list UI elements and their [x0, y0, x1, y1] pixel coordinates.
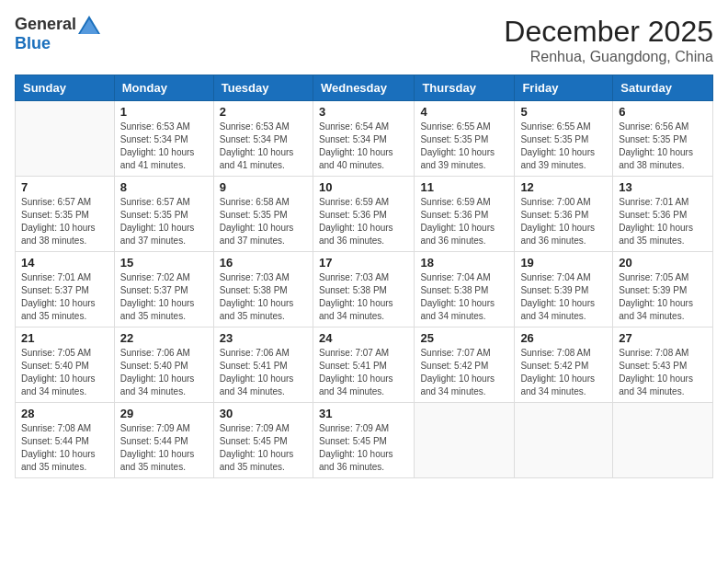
day-info: Sunrise: 7:05 AM Sunset: 5:39 PM Dayligh… [619, 271, 707, 323]
table-row: 15Sunrise: 7:02 AM Sunset: 5:37 PM Dayli… [114, 252, 213, 327]
day-info: Sunrise: 7:04 AM Sunset: 5:38 PM Dayligh… [420, 271, 508, 323]
day-number: 25 [420, 331, 508, 345]
day-number: 1 [120, 105, 208, 119]
day-info: Sunrise: 6:55 AM Sunset: 5:35 PM Dayligh… [520, 121, 607, 172]
day-info: Sunrise: 7:04 AM Sunset: 5:39 PM Dayligh… [520, 271, 607, 323]
header-friday: Friday [515, 75, 613, 101]
location: Renhua, Guangdong, China [504, 49, 713, 65]
day-info: Sunrise: 7:09 AM Sunset: 5:45 PM Dayligh… [220, 422, 307, 474]
day-info: Sunrise: 7:08 AM Sunset: 5:42 PM Dayligh… [520, 347, 607, 398]
day-number: 2 [220, 105, 307, 119]
table-row: 19Sunrise: 7:04 AM Sunset: 5:39 PM Dayli… [515, 252, 613, 327]
day-info: Sunrise: 6:59 AM Sunset: 5:36 PM Dayligh… [319, 196, 408, 247]
day-info: Sunrise: 7:03 AM Sunset: 5:38 PM Dayligh… [220, 271, 307, 323]
table-row: 22Sunrise: 7:06 AM Sunset: 5:40 PM Dayli… [114, 327, 213, 403]
table-row: 30Sunrise: 7:09 AM Sunset: 5:45 PM Dayli… [213, 403, 313, 478]
day-info: Sunrise: 7:03 AM Sunset: 5:38 PM Dayligh… [319, 271, 408, 323]
table-row: 5Sunrise: 6:55 AM Sunset: 5:35 PM Daylig… [515, 101, 613, 177]
calendar-week-row: 7Sunrise: 6:57 AM Sunset: 5:35 PM Daylig… [16, 177, 713, 252]
day-info: Sunrise: 7:08 AM Sunset: 5:43 PM Dayligh… [619, 347, 707, 398]
day-info: Sunrise: 7:07 AM Sunset: 5:42 PM Dayligh… [420, 347, 508, 398]
day-number: 17 [319, 256, 408, 270]
header-thursday: Thursday [415, 75, 515, 101]
day-info: Sunrise: 7:09 AM Sunset: 5:44 PM Dayligh… [120, 422, 208, 474]
table-row: 29Sunrise: 7:09 AM Sunset: 5:44 PM Dayli… [114, 403, 213, 478]
table-row: 10Sunrise: 6:59 AM Sunset: 5:36 PM Dayli… [313, 177, 414, 252]
header-wednesday: Wednesday [313, 75, 414, 101]
table-row: 20Sunrise: 7:05 AM Sunset: 5:39 PM Dayli… [613, 252, 713, 327]
day-number: 8 [120, 180, 208, 194]
table-row: 23Sunrise: 7:06 AM Sunset: 5:41 PM Dayli… [213, 327, 313, 403]
table-row: 11Sunrise: 6:59 AM Sunset: 5:36 PM Dayli… [415, 177, 515, 252]
day-info: Sunrise: 6:53 AM Sunset: 5:34 PM Dayligh… [120, 121, 208, 172]
logo-blue: Blue [15, 34, 51, 53]
header-tuesday: Tuesday [213, 75, 313, 101]
page-header: General Blue December 2025 Renhua, Guang… [15, 15, 713, 65]
day-info: Sunrise: 7:02 AM Sunset: 5:37 PM Dayligh… [120, 271, 208, 323]
month-title: December 2025 [504, 15, 713, 49]
day-info: Sunrise: 7:01 AM Sunset: 5:36 PM Dayligh… [619, 196, 707, 247]
day-number: 31 [319, 407, 408, 420]
day-info: Sunrise: 6:58 AM Sunset: 5:35 PM Dayligh… [220, 196, 307, 247]
table-row: 12Sunrise: 7:00 AM Sunset: 5:36 PM Dayli… [515, 177, 613, 252]
table-row: 28Sunrise: 7:08 AM Sunset: 5:44 PM Dayli… [16, 403, 115, 478]
calendar-header-row: Sunday Monday Tuesday Wednesday Thursday… [16, 75, 713, 101]
table-row: 27Sunrise: 7:08 AM Sunset: 5:43 PM Dayli… [613, 327, 713, 403]
table-row: 21Sunrise: 7:05 AM Sunset: 5:40 PM Dayli… [16, 327, 115, 403]
table-row: 24Sunrise: 7:07 AM Sunset: 5:41 PM Dayli… [313, 327, 414, 403]
title-block: December 2025 Renhua, Guangdong, China [504, 15, 713, 65]
day-info: Sunrise: 7:06 AM Sunset: 5:40 PM Dayligh… [120, 347, 208, 398]
table-row: 14Sunrise: 7:01 AM Sunset: 5:37 PM Dayli… [16, 252, 115, 327]
day-info: Sunrise: 7:01 AM Sunset: 5:37 PM Dayligh… [21, 271, 108, 323]
table-row: 6Sunrise: 6:56 AM Sunset: 5:35 PM Daylig… [613, 101, 713, 177]
logo-general: General [15, 15, 76, 34]
header-monday: Monday [114, 75, 213, 101]
calendar-week-row: 28Sunrise: 7:08 AM Sunset: 5:44 PM Dayli… [16, 403, 713, 478]
calendar-week-row: 1Sunrise: 6:53 AM Sunset: 5:34 PM Daylig… [16, 101, 713, 177]
table-row: 13Sunrise: 7:01 AM Sunset: 5:36 PM Dayli… [613, 177, 713, 252]
table-row: 18Sunrise: 7:04 AM Sunset: 5:38 PM Dayli… [415, 252, 515, 327]
table-row: 4Sunrise: 6:55 AM Sunset: 5:35 PM Daylig… [415, 101, 515, 177]
day-info: Sunrise: 6:59 AM Sunset: 5:36 PM Dayligh… [420, 196, 508, 247]
day-info: Sunrise: 6:55 AM Sunset: 5:35 PM Dayligh… [420, 121, 508, 172]
day-number: 12 [520, 180, 607, 194]
day-number: 14 [21, 256, 108, 270]
header-saturday: Saturday [613, 75, 713, 101]
table-row [16, 101, 115, 177]
table-row: 16Sunrise: 7:03 AM Sunset: 5:38 PM Dayli… [213, 252, 313, 327]
day-number: 11 [420, 180, 508, 194]
day-info: Sunrise: 6:54 AM Sunset: 5:34 PM Dayligh… [319, 121, 408, 172]
day-info: Sunrise: 7:05 AM Sunset: 5:40 PM Dayligh… [21, 347, 108, 398]
day-number: 24 [319, 331, 408, 345]
table-row: 2Sunrise: 6:53 AM Sunset: 5:34 PM Daylig… [213, 101, 313, 177]
day-info: Sunrise: 7:00 AM Sunset: 5:36 PM Dayligh… [520, 196, 607, 247]
header-sunday: Sunday [16, 75, 115, 101]
day-number: 30 [220, 407, 307, 420]
calendar-week-row: 14Sunrise: 7:01 AM Sunset: 5:37 PM Dayli… [16, 252, 713, 327]
day-number: 26 [520, 331, 607, 345]
table-row [613, 403, 713, 478]
logo-icon [78, 16, 100, 34]
day-number: 15 [120, 256, 208, 270]
table-row [415, 403, 515, 478]
table-row [515, 403, 613, 478]
day-number: 22 [120, 331, 208, 345]
day-info: Sunrise: 7:07 AM Sunset: 5:41 PM Dayligh… [319, 347, 408, 398]
table-row: 9Sunrise: 6:58 AM Sunset: 5:35 PM Daylig… [213, 177, 313, 252]
table-row: 8Sunrise: 6:57 AM Sunset: 5:35 PM Daylig… [114, 177, 213, 252]
day-number: 28 [21, 407, 108, 420]
day-number: 10 [319, 180, 408, 194]
logo: General Blue [15, 15, 100, 53]
table-row: 7Sunrise: 6:57 AM Sunset: 5:35 PM Daylig… [16, 177, 115, 252]
day-number: 9 [220, 180, 307, 194]
day-number: 6 [619, 105, 707, 119]
day-number: 4 [420, 105, 508, 119]
day-info: Sunrise: 7:08 AM Sunset: 5:44 PM Dayligh… [21, 422, 108, 474]
table-row: 31Sunrise: 7:09 AM Sunset: 5:45 PM Dayli… [313, 403, 414, 478]
calendar-table: Sunday Monday Tuesday Wednesday Thursday… [15, 75, 713, 478]
day-info: Sunrise: 7:09 AM Sunset: 5:45 PM Dayligh… [319, 422, 408, 474]
day-number: 21 [21, 331, 108, 345]
day-number: 27 [619, 331, 707, 345]
table-row: 1Sunrise: 6:53 AM Sunset: 5:34 PM Daylig… [114, 101, 213, 177]
day-number: 3 [319, 105, 408, 119]
